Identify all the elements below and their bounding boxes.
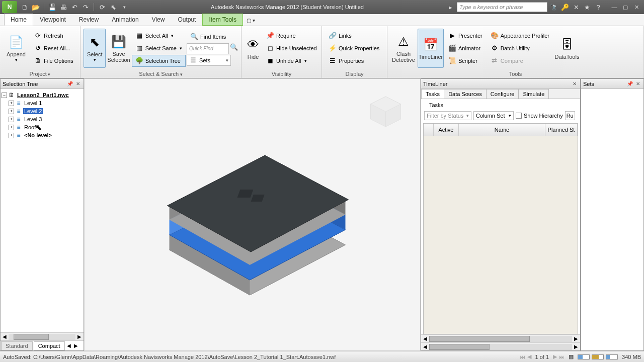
- tab-item-tools[interactable]: Item Tools: [202, 14, 243, 26]
- pointer-icon[interactable]: ⬉: [109, 3, 118, 12]
- append-button[interactable]: 📄 Append ▾: [3, 29, 29, 68]
- timeliner-button[interactable]: 📅 TimeLiner: [418, 29, 444, 68]
- timeliner-tab-configure[interactable]: Configure: [486, 89, 519, 99]
- tree-tab-left[interactable]: ◀: [65, 343, 72, 348]
- help-icon[interactable]: ?: [594, 3, 603, 12]
- redo-icon[interactable]: ↷: [81, 3, 90, 12]
- show-hierarchy-checkbox[interactable]: [516, 113, 522, 119]
- col-name[interactable]: Name: [459, 124, 545, 136]
- selection-tree[interactable]: − 🗎 Lesson2_Part1.nwc + ≡ Level 1 + ≡ Le…: [1, 89, 84, 332]
- links-button[interactable]: 🔗Links: [325, 30, 383, 42]
- timeliner-tab-datasources[interactable]: Data Sources: [444, 89, 487, 99]
- quick-properties-button[interactable]: ⚡Quick Properties: [325, 42, 383, 54]
- require-button[interactable]: 📌Require: [263, 30, 320, 42]
- selection-tree-button[interactable]: 🌳Selection Tree: [132, 55, 186, 67]
- tree-root[interactable]: Lesson2_Part1.nwc: [16, 92, 70, 98]
- timeliner-hscroll1[interactable]: ◀▶: [421, 334, 580, 342]
- rules-button-partial[interactable]: Ru: [565, 111, 575, 120]
- tab-home[interactable]: Home: [4, 14, 33, 26]
- appearance-profiler-button[interactable]: 🎨Appearance Profiler: [487, 30, 553, 42]
- refresh-icon[interactable]: ⟳: [98, 3, 107, 12]
- reset-all-button[interactable]: ↺Reset All...: [30, 42, 77, 54]
- hide-unselected-button[interactable]: ◻Hide Unselected: [263, 42, 320, 54]
- save-icon[interactable]: 💾: [48, 3, 57, 12]
- quick-find-input[interactable]: Quick Find: [187, 43, 229, 54]
- compare-button[interactable]: ⇄Compare: [487, 55, 553, 67]
- presenter-button[interactable]: ▶Presenter: [445, 30, 486, 42]
- key-icon[interactable]: 🔑: [560, 3, 570, 12]
- clash-detective-button[interactable]: ⚠ Clash Detective: [390, 29, 417, 68]
- timeliner-tab-simulate[interactable]: Simulate: [518, 89, 549, 99]
- tab-view[interactable]: View: [145, 14, 172, 26]
- hide-button[interactable]: 👁 Hide: [245, 29, 262, 68]
- pin-icon[interactable]: 📌: [626, 80, 633, 87]
- open-icon[interactable]: 📂: [31, 3, 40, 12]
- tab-viewpoint[interactable]: Viewpoint: [33, 14, 72, 26]
- sheet-nav-last[interactable]: ⏭: [559, 354, 565, 360]
- scripter-button[interactable]: 📜Scripter: [445, 55, 486, 67]
- select-all-button[interactable]: ▦Select All▾: [132, 30, 186, 42]
- animator-button[interactable]: 🎬Animator: [445, 42, 486, 54]
- tab-output[interactable]: Output: [171, 14, 202, 26]
- print-icon[interactable]: 🖶: [59, 3, 68, 12]
- quickfind-go-icon[interactable]: 🔍: [230, 43, 238, 51]
- tree-item-nolevel[interactable]: <No level>: [23, 132, 53, 138]
- pin-icon[interactable]: 📌: [66, 80, 73, 87]
- tree-item-level3[interactable]: Level 3: [23, 116, 43, 122]
- properties-button[interactable]: ☰Properties: [325, 55, 383, 67]
- arrow-icon[interactable]: ▸: [446, 3, 455, 12]
- 3d-viewport[interactable]: [84, 78, 421, 351]
- sheet-nav-first[interactable]: ⏮: [520, 354, 525, 360]
- select-button[interactable]: ⬉ Select ▾: [84, 29, 106, 68]
- star-icon[interactable]: ★: [583, 3, 592, 12]
- tree-tab-right[interactable]: ▶: [72, 343, 79, 348]
- tree-collapse-icon[interactable]: −: [2, 93, 7, 98]
- panel-title-project[interactable]: Project: [0, 70, 80, 78]
- save-selection-button[interactable]: 💾 Save Selection: [107, 29, 130, 68]
- tree-tab-standard[interactable]: Standard: [1, 341, 33, 350]
- exchange-icon[interactable]: ✕: [572, 3, 581, 12]
- select-same-button[interactable]: ▥Select Same▾: [132, 42, 186, 54]
- tree-expand-icon[interactable]: +: [9, 133, 14, 138]
- batch-utility-button[interactable]: ⚙Batch Utility: [487, 42, 553, 54]
- tree-item-roof[interactable]: Roof: [23, 124, 37, 130]
- tree-item-level1[interactable]: Level 1: [23, 100, 43, 106]
- tree-expand-icon[interactable]: +: [9, 117, 14, 122]
- undo-icon[interactable]: ↶: [70, 3, 79, 12]
- tab-review[interactable]: Review: [72, 14, 105, 26]
- binoculars-icon[interactable]: 🔭: [549, 3, 558, 12]
- sets-combo[interactable]: ☰Sets: [187, 55, 231, 66]
- sheet-nav-prev[interactable]: ◀: [527, 353, 531, 360]
- file-options-button[interactable]: 🗎File Options: [30, 55, 77, 67]
- timeliner-tab-tasks[interactable]: Tasks: [421, 89, 444, 99]
- qat-dropdown-icon[interactable]: ▾: [120, 3, 129, 12]
- sheet-browser-icon[interactable]: ▦: [569, 353, 574, 360]
- column-set-combo[interactable]: Column Set: [473, 111, 514, 120]
- tree-expand-icon[interactable]: +: [9, 101, 14, 106]
- close-button[interactable]: ✕: [631, 3, 642, 12]
- tree-expand-icon[interactable]: +: [9, 109, 14, 114]
- minimize-button[interactable]: —: [609, 3, 620, 12]
- tree-item-level2[interactable]: Level 2: [23, 108, 43, 114]
- find-items-button[interactable]: 🔍Find Items: [187, 31, 238, 43]
- sets-content[interactable]: [581, 89, 643, 350]
- timeliner-hscroll2[interactable]: ◀▶: [421, 342, 580, 350]
- col-active[interactable]: Active: [434, 124, 459, 136]
- ribbon-view-toggle[interactable]: ▢ ▾: [243, 15, 259, 26]
- tree-hscroll[interactable]: ◀▶: [1, 332, 84, 340]
- refresh-button[interactable]: ⟳Refresh: [30, 30, 77, 42]
- new-icon[interactable]: 🗋: [20, 3, 29, 12]
- tab-animation[interactable]: Animation: [105, 14, 145, 26]
- unhide-all-button[interactable]: ◼Unhide All▾: [263, 55, 320, 67]
- app-menu-button[interactable]: N: [2, 1, 17, 13]
- panel-title-select[interactable]: Select & Search: [80, 70, 241, 78]
- tree-expand-icon[interactable]: +: [9, 125, 14, 130]
- col-planned-start[interactable]: Planned St: [545, 124, 578, 136]
- close-pane-icon[interactable]: ✕: [571, 80, 578, 87]
- maximize-button[interactable]: ▢: [620, 3, 631, 12]
- tasks-table[interactable]: Active Name Planned St: [423, 123, 578, 334]
- close-pane-icon[interactable]: ✕: [74, 80, 82, 87]
- datatools-button[interactable]: 🗄 DataTools: [554, 29, 580, 68]
- infocenter-search[interactable]: Type a keyword or phrase: [457, 2, 547, 12]
- filter-status-combo[interactable]: Filter by Status: [424, 111, 471, 120]
